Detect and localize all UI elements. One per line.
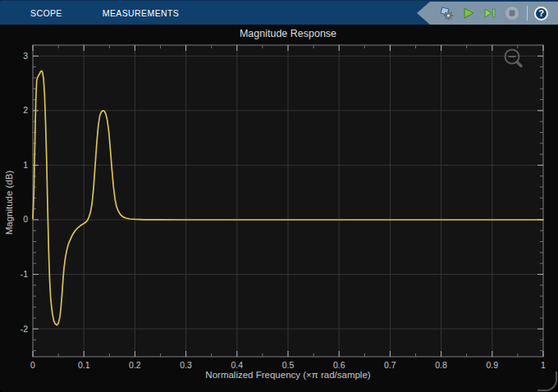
svg-text:0.3: 0.3 [180, 360, 192, 370]
filter-visualizer-window: SCOPE MEASUREMENTS [0, 0, 558, 392]
help-button[interactable]: ? [534, 7, 548, 21]
svg-text:0.1: 0.1 [78, 360, 90, 370]
svg-text:2: 2 [23, 105, 28, 115]
tab-measurements[interactable]: MEASUREMENTS [103, 1, 179, 25]
svg-text:0.7: 0.7 [384, 360, 396, 370]
stop-button[interactable] [504, 5, 520, 21]
svg-text:0.9: 0.9 [486, 360, 498, 370]
play-icon [461, 6, 476, 21]
svg-text:0: 0 [30, 360, 35, 370]
stepping-options-gear-icon [438, 5, 455, 21]
tab-bar: SCOPE MEASUREMENTS [30, 1, 179, 25]
figure-area: Magnitude Response 00.10.20.30.40.50.60.… [0, 25, 558, 392]
plot-svg: 00.10.20.30.40.50.60.70.80.91-2-10123 [0, 25, 558, 392]
y-axis-label: Magnitude (dB) [4, 171, 14, 235]
svg-text:0.6: 0.6 [333, 360, 345, 370]
svg-text:3: 3 [23, 51, 28, 61]
step-forward-icon [483, 6, 497, 21]
tab-scope[interactable]: SCOPE [30, 1, 62, 25]
toolbar-separator [527, 6, 528, 21]
run-button[interactable] [461, 6, 476, 21]
svg-text:0.8: 0.8 [435, 360, 447, 370]
svg-text:0.5: 0.5 [282, 360, 295, 370]
x-axis-label: Normalized Frequency (×π rad/sample) [33, 370, 543, 380]
stepping-options-button[interactable] [438, 5, 455, 21]
step-forward-button[interactable] [483, 6, 497, 21]
svg-text:1: 1 [23, 160, 28, 170]
svg-text:0.4: 0.4 [231, 360, 243, 370]
stop-icon [504, 5, 520, 21]
zoom-out-icon [499, 45, 525, 71]
zoom-out-button[interactable] [499, 45, 525, 71]
svg-text:0: 0 [23, 214, 28, 224]
toolstrip: SCOPE MEASUREMENTS [0, 0, 558, 25]
quick-access-toolbar: ? [417, 2, 558, 25]
svg-text:-1: -1 [21, 269, 28, 279]
svg-text:1: 1 [541, 360, 546, 370]
svg-text:0.2: 0.2 [129, 360, 141, 370]
svg-text:-2: -2 [21, 324, 28, 334]
